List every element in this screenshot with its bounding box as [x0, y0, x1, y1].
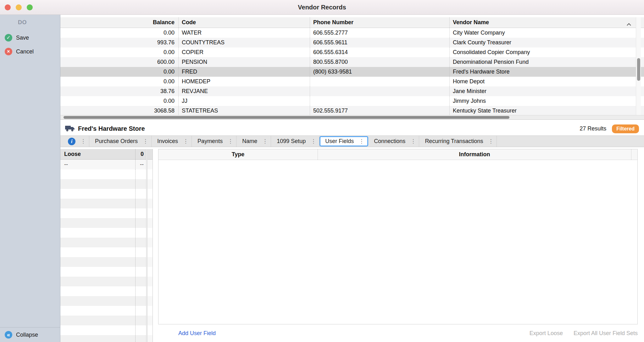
- cell-phone: 502.555.9177: [310, 106, 450, 116]
- tab-menu-icon[interactable]: ⋮: [138, 138, 151, 145]
- loose-row-value: --: [135, 160, 146, 169]
- zoom-window-button[interactable]: [27, 4, 33, 10]
- minimize-window-button[interactable]: [16, 4, 22, 10]
- table-row[interactable]: 600.00 PENSION 800.555.8700 Denomination…: [60, 57, 644, 67]
- cell-code: STATETREAS: [179, 106, 310, 116]
- tab-menu-icon[interactable]: ⋮: [483, 138, 497, 145]
- filtered-badge[interactable]: Filtered: [612, 124, 639, 133]
- save-button[interactable]: ✓ Save: [0, 31, 60, 45]
- vertical-scrollbar[interactable]: [636, 17, 641, 115]
- title-bar: Vendor Records: [0, 0, 644, 15]
- save-check-icon: ✓: [5, 34, 12, 41]
- add-user-field-link[interactable]: Add User Field: [178, 330, 216, 337]
- traffic-lights: [5, 4, 33, 10]
- tab-user-fields-selected[interactable]: User Fields ⋮: [319, 136, 368, 146]
- user-fields-table: Type Information: [158, 149, 638, 324]
- cell-phone: 606.555.6314: [310, 47, 450, 57]
- column-header-phone-number[interactable]: Phone Number: [310, 17, 450, 28]
- tab-recurring-transactions[interactable]: Recurring Transactions ⋮: [419, 136, 497, 147]
- user-fields-table-body: [158, 160, 637, 324]
- sidebar-header: DO: [18, 19, 60, 26]
- table-row-selected[interactable]: 0.00 FRED (800) 633-9581 Fred's Hardware…: [60, 67, 644, 77]
- column-header-information[interactable]: Information: [318, 149, 631, 160]
- gutter-header: [147, 149, 153, 160]
- loose-panel-count: 0: [135, 149, 146, 159]
- cell-code: HOMEDEP: [179, 77, 310, 86]
- loose-panel-scroll-gutter[interactable]: [147, 149, 153, 342]
- cell-phone: [310, 86, 450, 96]
- tab-bar: i ⋮ Purchase Orders ⋮ Invoices ⋮ Payment…: [60, 135, 644, 147]
- cell-balance: 993.76: [60, 38, 179, 47]
- selected-vendor-name: Fred's Hardware Store: [78, 125, 145, 132]
- cell-balance: 0.00: [60, 28, 179, 38]
- vertical-scrollbar-thumb[interactable]: [637, 58, 640, 81]
- loose-panel-header: Loose 0: [60, 149, 146, 160]
- tab-label: 1099 Setup: [277, 138, 306, 145]
- tab-label: Connections: [374, 138, 405, 145]
- export-loose-link[interactable]: Export Loose: [530, 330, 563, 337]
- cell-phone: [310, 77, 450, 86]
- collapse-sidebar-button[interactable]: « Collapse: [0, 327, 60, 342]
- table-row[interactable]: 0.00 HOMEDEP Home Depot: [60, 77, 644, 86]
- cell-vendor-name: Fred's Hardware Store: [450, 67, 644, 77]
- save-button-label: Save: [16, 35, 29, 41]
- cancel-x-icon: ×: [5, 48, 12, 55]
- tab-payments[interactable]: Payments ⋮: [192, 136, 236, 147]
- tab-menu-icon[interactable]: ⋮: [405, 138, 419, 145]
- horizontal-scrollbar-thumb[interactable]: [64, 116, 509, 119]
- cell-code: REVJANE: [179, 86, 310, 96]
- cell-phone: (800) 633-9581: [310, 67, 450, 77]
- info-tab[interactable]: i ⋮: [60, 136, 89, 147]
- cell-vendor-name: Consolidated Copier Company: [450, 47, 644, 57]
- cell-code: FRED: [179, 67, 310, 77]
- tab-menu-icon[interactable]: ⋮: [306, 138, 319, 145]
- vendor-table-header: Balance Code Phone Number Vendor Name: [60, 17, 644, 28]
- table-row[interactable]: 3068.58 STATETREAS 502.555.9177 Kentucky…: [60, 106, 644, 116]
- loose-row-type: --: [60, 160, 135, 169]
- column-header-balance[interactable]: Balance: [60, 17, 179, 28]
- cell-phone: [310, 96, 450, 106]
- tab-name[interactable]: Name ⋮: [236, 136, 271, 147]
- cell-code: PENSION: [179, 57, 310, 67]
- cell-code: JJ: [179, 96, 310, 106]
- export-all-user-field-sets-link[interactable]: Export All User Field Sets: [574, 330, 638, 337]
- user-fields-table-header: Type Information: [158, 149, 637, 160]
- tab-menu-icon[interactable]: ⋮: [354, 138, 367, 145]
- cell-code: COUNTYTREAS: [179, 38, 310, 47]
- tab-label: User Fields: [325, 138, 354, 145]
- horizontal-scrollbar[interactable]: [60, 115, 644, 120]
- table-row[interactable]: 993.76 COUNTYTREAS 606.555.9611 Clark Co…: [60, 38, 644, 47]
- cancel-button-label: Cancel: [16, 48, 34, 55]
- tab-menu-icon[interactable]: ⋮: [257, 138, 271, 145]
- tab-invoices[interactable]: Invoices ⋮: [152, 136, 192, 147]
- truck-icon: [65, 125, 75, 133]
- footer-actions: Add User Field Export Loose Export All U…: [158, 324, 644, 342]
- tab-menu-icon[interactable]: ⋮: [75, 138, 89, 145]
- table-row[interactable]: 0.00 JJ Jimmy Johns: [60, 96, 644, 106]
- detail-header: Fred's Hardware Store 27 Results Filtere…: [60, 122, 644, 135]
- loose-panel-row[interactable]: -- --: [60, 160, 146, 169]
- column-header-vendor-name[interactable]: Vendor Name: [450, 17, 644, 28]
- close-window-button[interactable]: [5, 4, 11, 10]
- cancel-button[interactable]: × Cancel: [0, 45, 60, 58]
- table-row[interactable]: 0.00 COPIER 606.555.6314 Consolidated Co…: [60, 47, 644, 57]
- cell-balance: 600.00: [60, 57, 179, 67]
- tab-1099-setup[interactable]: 1099 Setup ⋮: [271, 136, 319, 147]
- cell-phone: 800.555.8700: [310, 57, 450, 67]
- tab-purchase-orders[interactable]: Purchase Orders ⋮: [89, 136, 152, 147]
- tab-menu-icon[interactable]: ⋮: [178, 138, 192, 145]
- column-header-gutter: [631, 149, 637, 160]
- cell-phone: 606.555.2777: [310, 28, 450, 38]
- loose-panel-title: Loose: [60, 149, 135, 159]
- cell-vendor-name: Home Depot: [450, 77, 644, 86]
- column-header-type[interactable]: Type: [158, 149, 318, 160]
- sort-ascending-icon[interactable]: [626, 21, 631, 28]
- column-header-code[interactable]: Code: [179, 17, 310, 28]
- table-row[interactable]: 38.76 REVJANE Jane Minister: [60, 86, 644, 96]
- tab-connections[interactable]: Connections ⋮: [368, 136, 419, 147]
- cell-balance: 0.00: [60, 47, 179, 57]
- loose-user-fields-panel: Loose 0 -- --: [60, 149, 147, 342]
- table-row[interactable]: 0.00 WATER 606.555.2777 City Water Compa…: [60, 28, 644, 38]
- cell-vendor-name: City Water Company: [450, 28, 644, 38]
- tab-menu-icon[interactable]: ⋮: [223, 138, 236, 145]
